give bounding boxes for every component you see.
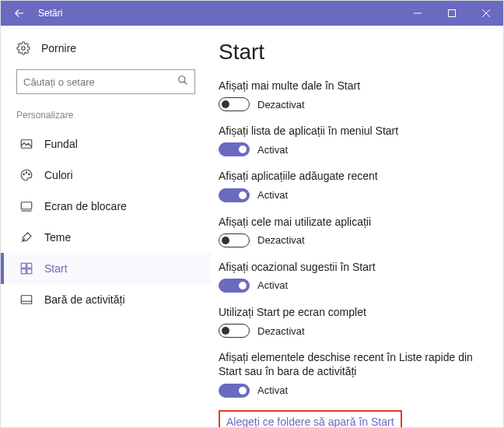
- window-title: Setări: [38, 8, 62, 19]
- toggle-state-label: Activat: [257, 279, 288, 291]
- choose-folders-link[interactable]: Alegeți ce foldere să apară în Start: [222, 412, 399, 428]
- svg-point-10: [29, 174, 30, 175]
- toggle-switch[interactable]: [219, 384, 250, 398]
- svg-rect-14: [27, 263, 32, 268]
- svg-rect-16: [27, 269, 32, 274]
- home-label: Pornire: [41, 42, 76, 54]
- search-input[interactable]: [23, 76, 177, 88]
- toggle-state-label: Dezactivat: [257, 234, 305, 246]
- lock-screen-icon: [19, 199, 33, 213]
- home-button[interactable]: Pornire: [16, 41, 195, 55]
- sidebar: Pornire Personalizare Fundal Culori Ecra…: [1, 26, 211, 427]
- svg-rect-15: [21, 269, 26, 274]
- search-box[interactable]: [16, 69, 195, 94]
- svg-point-4: [22, 47, 26, 51]
- sidebar-item-fundal[interactable]: Fundal: [1, 128, 211, 160]
- back-button[interactable]: [1, 1, 38, 26]
- svg-rect-17: [21, 296, 32, 304]
- toggle-switch[interactable]: [219, 188, 250, 202]
- setting-3: Afișați cele mai utilizate aplicațiiDeza…: [219, 215, 480, 247]
- svg-rect-1: [449, 10, 456, 17]
- sidebar-item-label: Culori: [44, 169, 73, 181]
- setting-1: Afișați lista de aplicații în meniul Sta…: [219, 124, 480, 156]
- svg-point-8: [23, 174, 25, 175]
- svg-line-6: [184, 82, 187, 85]
- setting-5: Utilizați Start pe ecran completDezactiv…: [219, 305, 480, 338]
- setting-label: Afișați cele mai utilizate aplicații: [219, 215, 480, 229]
- setting-4: Afișați ocazional sugestii în StartActiv…: [219, 260, 480, 293]
- sidebar-item-ecran-blocare[interactable]: Ecran de blocare: [1, 191, 211, 222]
- toggle-switch[interactable]: [219, 279, 250, 293]
- theme-icon: [19, 230, 33, 244]
- setting-label: Utilizați Start pe ecran complet: [219, 305, 480, 319]
- toggle-state-label: Activat: [257, 384, 288, 396]
- setting-0: Afișați mai multe dale în StartDezactiva…: [219, 79, 480, 111]
- maximize-button[interactable]: [435, 1, 469, 26]
- main-panel: Start Afișați mai multe dale în StartDez…: [211, 26, 503, 427]
- close-button[interactable]: [469, 1, 503, 26]
- taskbar-icon: [19, 293, 33, 307]
- sidebar-item-label: Teme: [44, 231, 71, 244]
- sidebar-item-teme[interactable]: Teme: [1, 222, 211, 253]
- toggle-state-label: Dezactivat: [257, 325, 305, 337]
- setting-label: Afișați elementele deschise recent în Li…: [219, 350, 480, 378]
- toggle-switch[interactable]: [219, 324, 250, 338]
- arrow-left-icon: [12, 6, 26, 20]
- section-label: Personalizare: [1, 110, 211, 128]
- start-icon: [19, 261, 33, 275]
- sidebar-item-label: Start: [44, 262, 68, 275]
- setting-6: Afișați elementele deschise recent în Li…: [219, 350, 480, 397]
- close-icon: [482, 9, 490, 17]
- toggle-switch[interactable]: [219, 97, 250, 111]
- setting-label: Afișați lista de aplicații în meniul Sta…: [219, 124, 480, 138]
- setting-label: Afișați ocazional sugestii în Start: [219, 260, 480, 274]
- palette-icon: [19, 168, 33, 182]
- sidebar-item-label: Fundal: [44, 138, 78, 150]
- page-title: Start: [219, 40, 480, 65]
- sidebar-item-bara-activitati[interactable]: Bară de activități: [1, 284, 211, 315]
- sidebar-item-culori[interactable]: Culori: [1, 160, 211, 191]
- minimize-icon: [414, 9, 422, 17]
- search-icon: [177, 75, 188, 89]
- sidebar-item-label: Bară de activități: [44, 293, 125, 306]
- setting-label: Afișați aplicațiile adăugate recent: [219, 169, 480, 183]
- svg-point-9: [26, 172, 27, 174]
- toggle-state-label: Activat: [257, 144, 288, 156]
- sidebar-item-label: Ecran de blocare: [44, 200, 127, 212]
- toggle-state-label: Activat: [257, 189, 288, 201]
- sidebar-item-start[interactable]: Start: [1, 253, 211, 284]
- gear-icon: [16, 41, 30, 55]
- svg-point-5: [179, 76, 185, 82]
- svg-rect-13: [21, 263, 26, 268]
- image-icon: [19, 137, 33, 151]
- setting-2: Afișați aplicațiile adăugate recentActiv…: [219, 169, 480, 202]
- svg-rect-11: [21, 202, 32, 209]
- callout-highlight: Alegeți ce foldere să apară în Start: [219, 410, 402, 428]
- toggle-state-label: Dezactivat: [257, 99, 305, 111]
- setting-label: Afișați mai multe dale în Start: [219, 79, 480, 93]
- minimize-button[interactable]: [401, 1, 435, 26]
- maximize-icon: [448, 9, 456, 17]
- toggle-switch[interactable]: [219, 233, 250, 247]
- titlebar: Setări: [1, 1, 503, 26]
- toggle-switch[interactable]: [219, 142, 250, 156]
